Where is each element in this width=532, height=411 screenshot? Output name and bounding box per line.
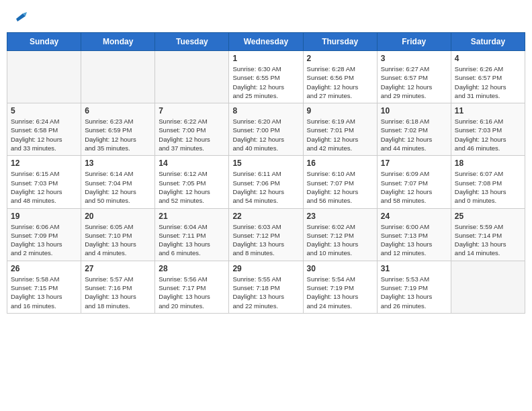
day-info: Sunrise: 6:22 AMSunset: 7:00 PMDaylight:… <box>159 117 225 152</box>
calendar-cell: 28Sunrise: 5:56 AMSunset: 7:17 PMDayligh… <box>155 261 229 313</box>
calendar-week-row: 12Sunrise: 6:15 AMSunset: 7:03 PMDayligh… <box>7 156 525 208</box>
calendar-cell: 26Sunrise: 5:58 AMSunset: 7:15 PMDayligh… <box>7 261 81 313</box>
day-info: Sunrise: 6:04 AMSunset: 7:11 PMDaylight:… <box>159 222 225 258</box>
day-number: 27 <box>85 264 151 273</box>
day-number: 22 <box>232 212 299 221</box>
day-info: Sunrise: 6:00 AMSunset: 7:13 PMDaylight:… <box>381 222 447 258</box>
calendar-cell: 1Sunrise: 6:30 AMSunset: 6:55 PMDaylight… <box>229 51 303 103</box>
day-number: 10 <box>381 106 447 116</box>
day-number: 31 <box>381 264 447 273</box>
calendar-cell <box>155 51 229 103</box>
day-info: Sunrise: 6:03 AMSunset: 7:12 PMDaylight:… <box>232 222 299 258</box>
day-info: Sunrise: 6:09 AMSunset: 7:07 PMDaylight:… <box>381 169 447 205</box>
day-number: 16 <box>307 158 373 168</box>
calendar-cell: 23Sunrise: 6:02 AMSunset: 7:12 PMDayligh… <box>303 208 377 261</box>
day-number: 28 <box>159 264 225 273</box>
day-info: Sunrise: 6:11 AMSunset: 7:06 PMDaylight:… <box>232 169 299 205</box>
calendar-cell: 18Sunrise: 6:07 AMSunset: 7:08 PMDayligh… <box>451 156 525 208</box>
day-info: Sunrise: 6:12 AMSunset: 7:05 PMDaylight:… <box>159 169 225 205</box>
logo-icon <box>13 9 28 24</box>
day-info: Sunrise: 6:28 AMSunset: 6:56 PMDaylight:… <box>307 64 373 100</box>
day-number: 11 <box>455 106 521 116</box>
day-info: Sunrise: 6:26 AMSunset: 6:57 PMDaylight:… <box>455 64 521 100</box>
day-info: Sunrise: 5:54 AMSunset: 7:19 PMDaylight:… <box>307 275 373 310</box>
weekday-header-sunday: Sunday <box>7 33 81 51</box>
calendar-cell: 8Sunrise: 6:20 AMSunset: 7:00 PMDaylight… <box>229 103 303 156</box>
day-info: Sunrise: 6:15 AMSunset: 7:03 PMDaylight:… <box>11 169 77 205</box>
calendar-cell: 29Sunrise: 5:55 AMSunset: 7:18 PMDayligh… <box>229 261 303 313</box>
day-number: 9 <box>307 106 373 116</box>
day-number: 20 <box>85 212 151 221</box>
day-number: 26 <box>11 264 77 273</box>
day-number: 19 <box>11 212 77 221</box>
calendar-week-row: 19Sunrise: 6:06 AMSunset: 7:09 PMDayligh… <box>7 208 525 261</box>
calendar-cell: 7Sunrise: 6:22 AMSunset: 7:00 PMDaylight… <box>155 103 229 156</box>
calendar-cell: 27Sunrise: 5:57 AMSunset: 7:16 PMDayligh… <box>81 261 155 313</box>
day-number: 30 <box>307 264 373 273</box>
day-info: Sunrise: 6:27 AMSunset: 6:57 PMDaylight:… <box>381 64 447 100</box>
calendar-cell: 2Sunrise: 6:28 AMSunset: 6:56 PMDaylight… <box>303 51 377 103</box>
day-number: 1 <box>232 54 299 63</box>
calendar-body: 1Sunrise: 6:30 AMSunset: 6:55 PMDaylight… <box>7 51 525 314</box>
day-number: 5 <box>11 106 77 116</box>
calendar-cell: 14Sunrise: 6:12 AMSunset: 7:05 PMDayligh… <box>155 156 229 208</box>
calendar-cell: 30Sunrise: 5:54 AMSunset: 7:19 PMDayligh… <box>303 261 377 313</box>
calendar-week-row: 1Sunrise: 6:30 AMSunset: 6:55 PMDaylight… <box>7 51 525 103</box>
calendar-cell: 22Sunrise: 6:03 AMSunset: 7:12 PMDayligh… <box>229 208 303 261</box>
calendar-cell: 25Sunrise: 5:59 AMSunset: 7:14 PMDayligh… <box>451 208 525 261</box>
calendar-cell: 3Sunrise: 6:27 AMSunset: 6:57 PMDaylight… <box>377 51 451 103</box>
calendar-cell: 19Sunrise: 6:06 AMSunset: 7:09 PMDayligh… <box>7 208 81 261</box>
page-header <box>7 7 525 27</box>
day-info: Sunrise: 5:53 AMSunset: 7:19 PMDaylight:… <box>381 275 447 310</box>
day-number: 8 <box>232 106 299 116</box>
calendar-cell: 11Sunrise: 6:16 AMSunset: 7:03 PMDayligh… <box>451 103 525 156</box>
day-info: Sunrise: 6:06 AMSunset: 7:09 PMDaylight:… <box>11 222 77 258</box>
calendar-cell <box>7 51 81 103</box>
day-info: Sunrise: 6:10 AMSunset: 7:07 PMDaylight:… <box>307 169 373 205</box>
day-number: 3 <box>381 54 447 63</box>
day-info: Sunrise: 5:55 AMSunset: 7:18 PMDaylight:… <box>232 275 299 310</box>
weekday-header-wednesday: Wednesday <box>229 33 303 51</box>
day-info: Sunrise: 5:57 AMSunset: 7:16 PMDaylight:… <box>85 275 151 310</box>
weekday-header-saturday: Saturday <box>451 33 525 51</box>
calendar-cell: 5Sunrise: 6:24 AMSunset: 6:58 PMDaylight… <box>7 103 81 156</box>
day-info: Sunrise: 6:16 AMSunset: 7:03 PMDaylight:… <box>455 117 521 152</box>
day-info: Sunrise: 5:58 AMSunset: 7:15 PMDaylight:… <box>11 275 77 310</box>
day-info: Sunrise: 6:23 AMSunset: 6:59 PMDaylight:… <box>85 117 151 152</box>
calendar-cell: 13Sunrise: 6:14 AMSunset: 7:04 PMDayligh… <box>81 156 155 208</box>
day-number: 4 <box>455 54 521 63</box>
day-number: 13 <box>85 158 151 168</box>
calendar-table: SundayMondayTuesdayWednesdayThursdayFrid… <box>7 32 525 314</box>
day-info: Sunrise: 6:02 AMSunset: 7:12 PMDaylight:… <box>307 222 373 258</box>
calendar-cell: 9Sunrise: 6:19 AMSunset: 7:01 PMDaylight… <box>303 103 377 156</box>
calendar-cell <box>451 261 525 313</box>
day-number: 12 <box>11 158 77 168</box>
day-number: 7 <box>159 106 225 116</box>
calendar-week-row: 5Sunrise: 6:24 AMSunset: 6:58 PMDaylight… <box>7 103 525 156</box>
calendar-cell: 15Sunrise: 6:11 AMSunset: 7:06 PMDayligh… <box>229 156 303 208</box>
day-info: Sunrise: 6:24 AMSunset: 6:58 PMDaylight:… <box>11 117 77 152</box>
day-number: 29 <box>232 264 299 273</box>
day-number: 23 <box>307 212 373 221</box>
calendar-cell: 4Sunrise: 6:26 AMSunset: 6:57 PMDaylight… <box>451 51 525 103</box>
day-number: 21 <box>159 212 225 221</box>
weekday-header-tuesday: Tuesday <box>155 33 229 51</box>
calendar-cell: 10Sunrise: 6:18 AMSunset: 7:02 PMDayligh… <box>377 103 451 156</box>
calendar-cell: 12Sunrise: 6:15 AMSunset: 7:03 PMDayligh… <box>7 156 81 208</box>
day-info: Sunrise: 6:07 AMSunset: 7:08 PMDaylight:… <box>455 169 521 205</box>
day-info: Sunrise: 5:59 AMSunset: 7:14 PMDaylight:… <box>455 222 521 258</box>
day-info: Sunrise: 6:14 AMSunset: 7:04 PMDaylight:… <box>85 169 151 205</box>
day-info: Sunrise: 6:18 AMSunset: 7:02 PMDaylight:… <box>381 117 447 152</box>
calendar-week-row: 26Sunrise: 5:58 AMSunset: 7:15 PMDayligh… <box>7 261 525 313</box>
weekday-header-thursday: Thursday <box>303 33 377 51</box>
day-number: 18 <box>455 158 521 168</box>
calendar-cell: 31Sunrise: 5:53 AMSunset: 7:19 PMDayligh… <box>377 261 451 313</box>
weekday-header-friday: Friday <box>377 33 451 51</box>
calendar-cell: 16Sunrise: 6:10 AMSunset: 7:07 PMDayligh… <box>303 156 377 208</box>
day-number: 6 <box>85 106 151 116</box>
calendar-cell <box>81 51 155 103</box>
day-info: Sunrise: 6:19 AMSunset: 7:01 PMDaylight:… <box>307 117 373 152</box>
day-number: 24 <box>381 212 447 221</box>
day-info: Sunrise: 6:30 AMSunset: 6:55 PMDaylight:… <box>232 64 299 100</box>
day-info: Sunrise: 6:20 AMSunset: 7:00 PMDaylight:… <box>232 117 299 152</box>
